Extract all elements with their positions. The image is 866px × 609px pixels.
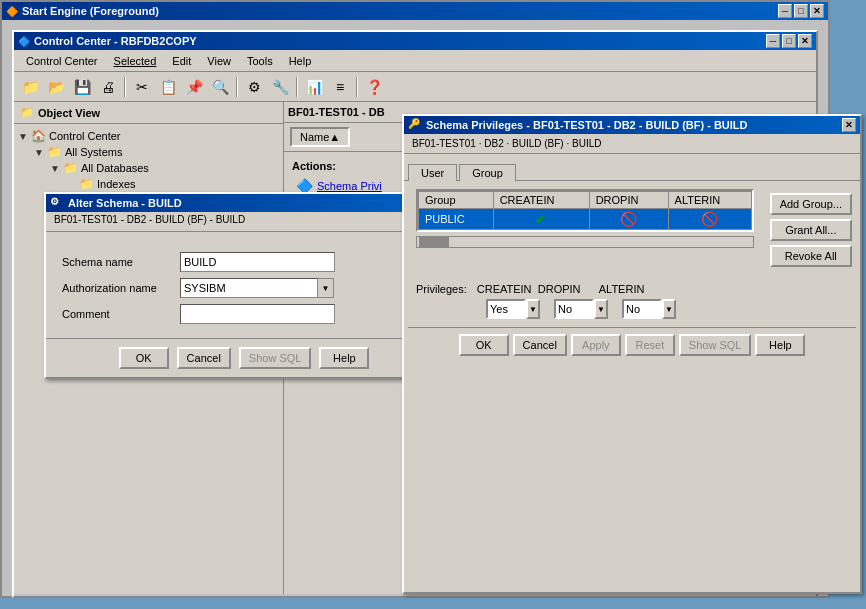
toolbar-btn-4[interactable]: 🖨 bbox=[96, 75, 120, 99]
toolbar-sep-2 bbox=[236, 77, 238, 97]
btn-cancel[interactable]: Cancel bbox=[177, 347, 231, 369]
priv-arrow-dropin[interactable]: ▼ bbox=[594, 299, 608, 319]
cell-group: PUBLIC bbox=[419, 209, 494, 230]
label-authname: Authorization name bbox=[62, 282, 172, 294]
alter-schema-icon: ⚙ bbox=[50, 196, 64, 210]
col-header-createin: CREATEIN bbox=[493, 192, 589, 209]
tab-bar: User Group bbox=[404, 160, 860, 181]
schema-priv-icon: 🔑 bbox=[408, 118, 422, 132]
btn-add-group[interactable]: Add Group... bbox=[770, 193, 852, 215]
btn-revoke-all[interactable]: Revoke All bbox=[770, 245, 852, 267]
toolbar-btn-7[interactable]: 📌 bbox=[182, 75, 206, 99]
alter-schema-title-text: Alter Schema - BUILD bbox=[68, 197, 182, 209]
priv-dropdown-dropin[interactable]: No ▼ bbox=[554, 299, 608, 319]
object-view-header: 📁 Object View bbox=[14, 102, 283, 124]
cc-minimize[interactable]: ─ bbox=[766, 34, 780, 48]
toolbar-btn-11[interactable]: 📊 bbox=[302, 75, 326, 99]
toolbar-btn-1[interactable]: 📁 bbox=[18, 75, 42, 99]
priv-val-dropin: No bbox=[558, 303, 572, 315]
action-label-schema: Schema Privi bbox=[317, 180, 382, 192]
priv-main-area: Group CREATEIN DROPIN ALTERIN PUBLIC bbox=[408, 185, 856, 275]
btn-priv-showsql[interactable]: Show SQL bbox=[679, 334, 752, 356]
toolbar-btn-5[interactable]: ✂ bbox=[130, 75, 154, 99]
btn-help[interactable]: Help bbox=[319, 347, 369, 369]
object-view-label: Object View bbox=[38, 107, 100, 119]
btn-priv-ok[interactable]: OK bbox=[459, 334, 509, 356]
toolbar-btn-12[interactable]: ≡ bbox=[328, 75, 352, 99]
priv-dropdown-alterin[interactable]: No ▼ bbox=[622, 299, 676, 319]
priv-val-createin: Yes bbox=[490, 303, 508, 315]
tree-label-indexes: Indexes bbox=[97, 178, 136, 190]
btn-priv-help[interactable]: Help bbox=[755, 334, 805, 356]
table-row[interactable]: PUBLIC ✔ 🚫 🚫 bbox=[419, 209, 752, 230]
btn-priv-apply[interactable]: Apply bbox=[571, 334, 621, 356]
toolbar-btn-9[interactable]: ⚙ bbox=[242, 75, 266, 99]
toolbar-btn-help[interactable]: ❓ bbox=[362, 75, 386, 99]
cc-close[interactable]: ✕ bbox=[798, 34, 812, 48]
alter-schema-subtitle: BF01-TEST01 - DB2 - BUILD (BF) - BUILD bbox=[46, 212, 442, 232]
priv-select-createin: Yes bbox=[486, 299, 526, 319]
expand-systems: ▼ bbox=[34, 147, 44, 158]
privileges-section: Privileges: CREATEIN DROPIN ALTERIN Yes … bbox=[408, 275, 856, 327]
priv-arrow-alterin[interactable]: ▼ bbox=[662, 299, 676, 319]
no-icon-alterin: 🚫 bbox=[701, 211, 718, 227]
tab-user[interactable]: User bbox=[408, 164, 457, 181]
input-comment[interactable] bbox=[180, 304, 335, 324]
priv-dropdown-createin[interactable]: Yes ▼ bbox=[486, 299, 540, 319]
alter-schema-buttons: OK Cancel Show SQL Help bbox=[46, 338, 442, 377]
btn-ok[interactable]: OK bbox=[119, 347, 169, 369]
schema-priv-title-text: Schema Privileges - BF01-TEST01 - DB2 - … bbox=[426, 119, 748, 131]
label-schemaname: Schema name bbox=[62, 256, 172, 268]
cc-maximize[interactable]: □ bbox=[782, 34, 796, 48]
btn-grant-all[interactable]: Grant All... bbox=[770, 219, 852, 241]
form-row-schemaname: Schema name bbox=[62, 252, 426, 272]
toolbar-btn-6[interactable]: 📋 bbox=[156, 75, 180, 99]
name-col-label: Name bbox=[300, 131, 329, 143]
right-panel-title: BF01-TEST01 - DB bbox=[288, 106, 385, 118]
tree-item-all-databases[interactable]: ▼ 📁 All Databases bbox=[18, 160, 279, 176]
input-authname[interactable] bbox=[180, 278, 318, 298]
menu-selected[interactable]: Selected bbox=[106, 53, 165, 69]
authname-dropdown-btn[interactable]: ▼ bbox=[318, 278, 334, 298]
menu-view[interactable]: View bbox=[199, 53, 239, 69]
tree-item-all-systems[interactable]: ▼ 📁 All Systems bbox=[18, 144, 279, 160]
tab-content: Group CREATEIN DROPIN ALTERIN PUBLIC bbox=[404, 180, 860, 366]
folder-icon-indexes: 📁 bbox=[79, 177, 94, 191]
tree-item-cc[interactable]: ▼ 🏠 Control Center bbox=[18, 128, 279, 144]
toolbar-btn-3[interactable]: 💾 bbox=[70, 75, 94, 99]
menu-control-center[interactable]: Control Center bbox=[18, 53, 106, 69]
toolbar-btn-2[interactable]: 📂 bbox=[44, 75, 68, 99]
toolbar-btn-10[interactable]: 🔧 bbox=[268, 75, 292, 99]
menu-help[interactable]: Help bbox=[281, 53, 320, 69]
tab-group[interactable]: Group bbox=[459, 164, 516, 182]
btn-priv-cancel[interactable]: Cancel bbox=[513, 334, 567, 356]
name-col-header: Name ▲ bbox=[290, 127, 350, 147]
toolbar-sep-1 bbox=[124, 77, 126, 97]
priv-labels-row: Privileges: CREATEIN DROPIN ALTERIN bbox=[416, 283, 848, 295]
btn-showsql[interactable]: Show SQL bbox=[239, 347, 312, 369]
schema-privileges-dialog: 🔑 Schema Privileges - BF01-TEST01 - DB2 … bbox=[402, 114, 862, 594]
cell-dropin: 🚫 bbox=[589, 209, 668, 230]
menu-edit[interactable]: Edit bbox=[164, 53, 199, 69]
start-engine-maximize[interactable]: □ bbox=[794, 4, 808, 18]
tree-item-indexes[interactable]: 📁 Indexes bbox=[18, 176, 279, 192]
start-engine-minimize[interactable]: ─ bbox=[778, 4, 792, 18]
alter-schema-form: Schema name Authorization name ▼ Comment bbox=[46, 238, 442, 338]
scrollbar-thumb bbox=[419, 237, 449, 247]
menu-tools[interactable]: Tools bbox=[239, 53, 281, 69]
start-engine-controls: ─ □ ✕ bbox=[778, 4, 824, 18]
input-schemaname[interactable] bbox=[180, 252, 335, 272]
tree-label-systems: All Systems bbox=[65, 146, 122, 158]
table-scrollbar[interactable] bbox=[416, 236, 754, 248]
toolbar-sep-4 bbox=[356, 77, 358, 97]
toolbar: 📁 📂 💾 🖨 ✂ 📋 📌 🔍 ⚙ 🔧 📊 ≡ ❓ bbox=[14, 72, 816, 102]
control-center-title: Control Center - RBFDB2COPY bbox=[34, 35, 197, 47]
btn-priv-reset[interactable]: Reset bbox=[625, 334, 675, 356]
schema-priv-close[interactable]: ✕ bbox=[842, 118, 856, 132]
folder-icon-systems: 📁 bbox=[47, 145, 62, 159]
expand-cc: ▼ bbox=[18, 131, 28, 142]
start-engine-close[interactable]: ✕ bbox=[810, 4, 824, 18]
tree-label-databases: All Databases bbox=[81, 162, 149, 174]
toolbar-btn-8[interactable]: 🔍 bbox=[208, 75, 232, 99]
priv-arrow-createin[interactable]: ▼ bbox=[526, 299, 540, 319]
